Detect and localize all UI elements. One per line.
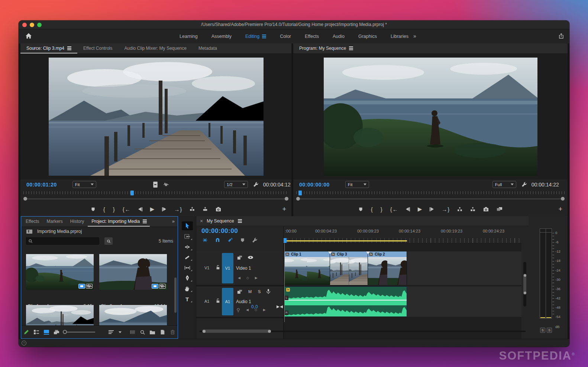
- linked-selection-icon[interactable]: [227, 237, 233, 243]
- new-bin-icon[interactable]: [148, 330, 158, 335]
- solo-left-button[interactable]: S: [540, 328, 545, 333]
- add-marker-icon[interactable]: [91, 207, 96, 212]
- previous-keyframe-icon[interactable]: ◀: [238, 276, 240, 280]
- search-input[interactable]: [33, 239, 92, 243]
- tab-markers[interactable]: Markers: [43, 219, 66, 227]
- voiceover-record-mic-icon[interactable]: [266, 289, 271, 294]
- video-track-name[interactable]: Video 1: [236, 266, 251, 271]
- audio-waveform-badge-icon[interactable]: [86, 284, 93, 289]
- program-zoom-scrollbar[interactable]: [297, 198, 564, 199]
- clip2-thumbnail[interactable]: [99, 254, 167, 290]
- program-playhead[interactable]: [298, 191, 302, 195]
- source-scrub-ruler[interactable]: [23, 191, 288, 194]
- timeline-playhead[interactable]: [284, 238, 287, 243]
- zoom-slider-knob[interactable]: [63, 330, 67, 334]
- step-back-icon[interactable]: [406, 207, 410, 211]
- drag-video-icon[interactable]: [153, 182, 158, 188]
- sync-status-icon[interactable]: ~: [22, 341, 26, 345]
- tab-effects[interactable]: Effects: [21, 219, 43, 227]
- tab-source-clip[interactable]: Source: Clip 3.mp4: [20, 46, 77, 53]
- overwrite-icon[interactable]: [203, 207, 208, 212]
- program-zoom-select[interactable]: Fit: [345, 181, 369, 188]
- workspace-tab-editing[interactable]: Editing: [245, 34, 266, 39]
- track-target-v1[interactable]: V1: [222, 253, 233, 283]
- button-editor-plus[interactable]: +: [282, 205, 286, 213]
- add-marker-icon[interactable]: [358, 207, 363, 212]
- drag-audio-icon[interactable]: [163, 182, 169, 188]
- source-zoom-scrollbar[interactable]: [24, 198, 288, 199]
- clip1-thumbnail[interactable]: [26, 254, 94, 290]
- filter-bin-content-icon[interactable]: [104, 237, 113, 245]
- workspace-tab-learning[interactable]: Learning: [180, 34, 198, 39]
- source-resolution-select[interactable]: 1/2: [224, 181, 248, 188]
- tab-history[interactable]: History: [67, 219, 88, 227]
- mute-track-button[interactable]: M: [248, 289, 252, 294]
- timeline-clip-3[interactable]: fxClip 3: [330, 251, 368, 285]
- step-back-icon[interactable]: [138, 207, 142, 211]
- solo-track-button[interactable]: S: [258, 289, 261, 294]
- zoom-handle-right[interactable]: [268, 330, 271, 333]
- vzoom-handle-top[interactable]: [524, 274, 526, 277]
- panel-menu-icon[interactable]: [67, 48, 71, 49]
- program-timecode[interactable]: 00:00:00:00: [299, 182, 330, 188]
- type-tool[interactable]: T: [182, 295, 193, 303]
- clip-thumbnail[interactable]: [99, 305, 167, 326]
- panel-menu-icon[interactable]: [349, 48, 353, 49]
- mark-out-icon[interactable]: }: [381, 206, 382, 212]
- new-item-icon[interactable]: [158, 329, 168, 335]
- play-button[interactable]: ▶: [418, 206, 422, 212]
- volume-rubber-band[interactable]: [285, 300, 407, 301]
- source-scrubber[interactable]: [20, 189, 291, 202]
- list-view-icon[interactable]: [31, 329, 41, 335]
- fit-sequence-icon[interactable]: [277, 305, 283, 308]
- source-zoom-select[interactable]: Fit: [72, 181, 96, 188]
- timeline-audio-clip[interactable]: fx L R: [284, 286, 407, 317]
- source-settings-wrench-icon[interactable]: [253, 182, 259, 187]
- sync-lock-icon[interactable]: [237, 255, 242, 260]
- panel-menu-icon[interactable]: [143, 221, 147, 222]
- solo-right-button[interactable]: S: [547, 328, 552, 333]
- sort-icon[interactable]: [106, 330, 116, 334]
- program-resolution-select[interactable]: Full: [492, 181, 516, 188]
- vzoom-handle-bottom[interactable]: [524, 292, 526, 294]
- slip-tool[interactable]: [182, 264, 193, 272]
- timeline-clip-1[interactable]: fxClip 1: [284, 251, 330, 285]
- go-to-in-icon[interactable]: {←: [390, 206, 398, 212]
- next-keyframe-icon[interactable]: ▶: [255, 276, 258, 280]
- tab-metadata[interactable]: Metadata: [193, 46, 223, 53]
- button-editor-plus[interactable]: +: [558, 205, 562, 213]
- project-item-clip1[interactable]: Clip 1.mp4 5:15: [26, 254, 94, 290]
- timeline-clip-2[interactable]: fxClip 2: [368, 251, 407, 285]
- clip-thumbnail[interactable]: [26, 305, 94, 326]
- comparison-view-icon[interactable]: [497, 207, 503, 212]
- tab-program[interactable]: Program: My Sequence: [293, 46, 359, 53]
- add-marker-icon[interactable]: [240, 238, 245, 243]
- toggle-track-output-eye-icon[interactable]: [248, 255, 253, 260]
- sync-lock-icon[interactable]: [237, 289, 242, 294]
- go-to-out-icon[interactable]: →}: [442, 206, 449, 212]
- extract-icon[interactable]: [470, 207, 475, 212]
- source-playhead[interactable]: [130, 191, 134, 195]
- icon-view-icon[interactable]: [41, 329, 51, 335]
- tab-audio-clip-mixer[interactable]: Audio Clip Mixer: My Sequence: [119, 46, 193, 53]
- project-item-partial-1[interactable]: [26, 305, 94, 326]
- close-panel-icon[interactable]: ×: [200, 218, 203, 224]
- timeline-settings-wrench-icon[interactable]: [252, 237, 258, 243]
- project-item-clip2[interactable]: Clip 2.mp4 12:14: [99, 254, 167, 290]
- timeline-tab-label[interactable]: My Sequence: [207, 218, 234, 224]
- scrollbar-knob-right[interactable]: [561, 197, 565, 201]
- panel-menu-icon[interactable]: [238, 221, 242, 221]
- timeline-ruler[interactable]: :00:00 00:00:04:23 00:00:09:23 00:00:14:…: [284, 226, 521, 243]
- go-to-in-icon[interactable]: {←: [123, 206, 130, 212]
- step-forward-icon[interactable]: [162, 207, 166, 211]
- audio-track-lane[interactable]: fx L R: [284, 286, 521, 317]
- zoom-slider[interactable]: [63, 329, 95, 335]
- razor-tool[interactable]: [182, 253, 193, 262]
- project-item-partial-2[interactable]: [99, 305, 167, 326]
- go-to-out-icon[interactable]: →}: [174, 206, 182, 212]
- workspace-menu-icon[interactable]: [262, 36, 266, 37]
- navigate-up-icon[interactable]: [26, 229, 33, 234]
- timeline-zoom-bar[interactable]: [202, 329, 271, 333]
- export-frame-icon[interactable]: [483, 207, 489, 212]
- project-bin-name[interactable]: Importing Media.prproj: [37, 229, 82, 234]
